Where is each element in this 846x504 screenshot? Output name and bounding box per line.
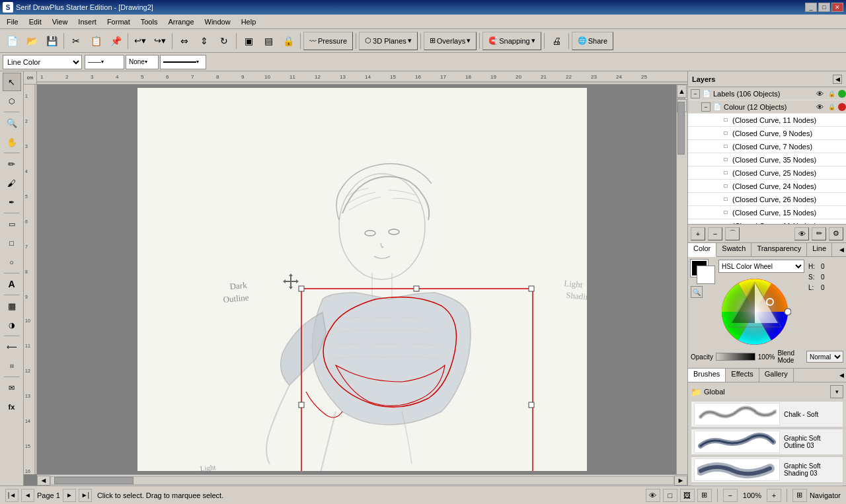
node-tool[interactable]: ⬡ — [3, 92, 21, 110]
canvas-page[interactable]: Dark Outline Light Shadin... Light Outli… — [137, 88, 587, 471]
brushes-panel-expand[interactable]: ◀ — [837, 369, 846, 382]
copy-button[interactable]: 📋 — [87, 32, 105, 50]
minimize-button[interactable]: _ — [805, 3, 817, 12]
brush-graphic-outline[interactable]: Graphic Soft Outline 03 — [691, 429, 843, 455]
layer-item-8[interactable]: □ (Closed Curve, 11 Nodes) — [688, 219, 846, 224]
layer-labels-group[interactable]: − 📄 Labels (106 Objects) 👁 🔒 — [688, 87, 846, 100]
menu-view[interactable]: View — [47, 17, 73, 27]
layer-colour-lock[interactable]: 🔒 — [826, 102, 837, 112]
v-scroll-track[interactable] — [677, 98, 685, 99]
hsl-wheel[interactable] — [718, 275, 791, 348]
v-scroll-thumb[interactable] — [677, 102, 685, 155]
last-page-btn[interactable]: ►| — [79, 489, 92, 502]
line-weight-box[interactable]: ▾ — [160, 55, 206, 69]
print-button[interactable]: 🖨 — [547, 32, 566, 50]
layer-item-4[interactable]: □ (Closed Curve, 25 Nodes) — [688, 166, 846, 180]
ungroup-button[interactable]: ▤ — [259, 32, 278, 50]
layer-view-btn[interactable]: 👁 — [794, 227, 809, 240]
envelope-tool[interactable]: ✉ — [3, 378, 21, 397]
eyedropper-icon[interactable]: 🔍 — [691, 286, 703, 298]
h-scrollbar[interactable]: ◄ ► — [37, 474, 687, 486]
zoom-in-btn[interactable]: + — [767, 489, 781, 502]
canvas-area[interactable]: cm 1 2 3 4 5 6 7 8 9 10 11 12 — [24, 71, 687, 486]
layer-colour-expand[interactable]: − — [701, 102, 711, 112]
brushes-tab-brushes[interactable]: Brushes — [688, 369, 726, 382]
menu-help[interactable]: Help — [236, 17, 262, 27]
layer-item-7[interactable]: □ (Closed Curve, 15 Nodes) — [688, 206, 846, 219]
layer-props-btn[interactable]: ⚙ — [829, 227, 843, 240]
zoom-out-btn[interactable]: − — [723, 489, 738, 502]
brush-tool[interactable]: 🖌 — [3, 174, 21, 192]
lock-button[interactable]: 🔒 — [279, 32, 297, 50]
fill-tool[interactable]: ▦ — [3, 297, 21, 315]
undo-button[interactable]: ↩▾ — [131, 32, 149, 50]
brush-graphic-shading[interactable]: Graphic Soft Shading 03 — [691, 456, 843, 483]
view-preview-btn[interactable]: 🖼 — [680, 489, 695, 502]
menu-insert[interactable]: Insert — [73, 17, 102, 27]
brush-chalk-soft[interactable]: Chalk - Soft — [691, 401, 843, 427]
h-scroll-track[interactable] — [50, 476, 674, 485]
rect-tool[interactable]: □ — [3, 234, 21, 252]
maximize-button[interactable]: □ — [818, 3, 830, 12]
color-tab-color[interactable]: Color — [688, 243, 716, 257]
menu-file[interactable]: File — [1, 17, 24, 27]
layer-add-btn[interactable]: + — [691, 227, 705, 240]
zoom-tool[interactable]: 🔍 — [3, 114, 21, 132]
line-none-box[interactable]: None ▾ — [126, 55, 159, 69]
layer-colour-group[interactable]: − 📄 Colour (12 Objects) 👁 🔒 — [688, 100, 846, 114]
color-tab-transparency[interactable]: Transparency — [751, 243, 807, 256]
menu-window[interactable]: Window — [200, 17, 236, 27]
background-swatch[interactable] — [697, 266, 714, 283]
fx-tool[interactable]: fx — [3, 398, 21, 416]
pen-tool[interactable]: ✒ — [3, 193, 21, 211]
navigator-btn[interactable]: ⊞ — [792, 489, 807, 502]
next-page-btn[interactable]: ► — [63, 489, 76, 502]
new-button[interactable]: 📄 — [3, 32, 21, 50]
overlays-button[interactable]: ⊞ Overlays ▾ — [424, 32, 477, 50]
layer-merge-btn[interactable]: ⌒ — [725, 227, 740, 240]
brush-marker-pen[interactable]: Marker Pen 01 — [691, 484, 843, 486]
prev-page-btn[interactable]: ◄ — [21, 489, 34, 502]
snapping-button[interactable]: 🧲 Snapping ▾ — [482, 32, 541, 50]
crop-tool[interactable]: ⌗ — [3, 357, 21, 375]
save-button[interactable]: 💾 — [42, 32, 61, 50]
layer-labels-lock[interactable]: 🔒 — [826, 89, 837, 99]
redo-button[interactable]: ↪▾ — [151, 32, 169, 50]
pencil-tool[interactable]: ✏ — [3, 155, 21, 173]
color-panel-expand[interactable]: ◀ — [837, 243, 846, 256]
layer-delete-btn[interactable]: − — [708, 227, 722, 240]
view-outline-btn[interactable]: □ — [663, 489, 677, 502]
text-tool[interactable]: A — [3, 275, 21, 293]
layer-item-6[interactable]: □ (Closed Curve, 26 Nodes) — [688, 193, 846, 206]
opacity-slider[interactable] — [716, 353, 755, 361]
close-button[interactable]: ✕ — [831, 3, 843, 12]
shape-tool[interactable]: ▭ — [3, 215, 21, 233]
color-tab-swatch[interactable]: Swatch — [716, 243, 751, 256]
global-dropdown-btn[interactable]: ▾ — [830, 385, 843, 398]
open-button[interactable]: 📂 — [22, 32, 41, 50]
layer-labels-eye[interactable]: 👁 — [814, 89, 825, 99]
menu-format[interactable]: Format — [102, 17, 135, 27]
menu-edit[interactable]: Edit — [24, 17, 47, 27]
layers-expand-btn[interactable]: ◀ — [833, 75, 842, 84]
layer-item-3[interactable]: □ (Closed Curve, 35 Nodes) — [688, 153, 846, 166]
color-wheel-svg[interactable] — [718, 275, 791, 348]
h-scroll-left[interactable]: ◄ — [37, 476, 50, 486]
layer-item-1[interactable]: □ (Closed Curve, 9 Nodes) — [688, 127, 846, 140]
layer-colour-eye[interactable]: 👁 — [814, 102, 825, 112]
line-style-box[interactable]: —— ▾ — [85, 55, 124, 69]
view-pixel-btn[interactable]: ⊞ — [697, 489, 712, 502]
layer-item-5[interactable]: □ (Closed Curve, 24 Nodes) — [688, 180, 846, 193]
color-tab-line[interactable]: Line — [807, 243, 832, 256]
gradient-tool[interactable]: ◑ — [3, 316, 21, 334]
color-model-select[interactable]: HSL Color Wheel — [718, 260, 804, 273]
h-scroll-right[interactable]: ► — [674, 476, 687, 486]
rotate-button[interactable]: ↻ — [215, 32, 233, 50]
pressure-button[interactable]: 〰 Pressure — [303, 32, 353, 50]
first-page-btn[interactable]: |◄ — [5, 489, 19, 502]
canvas-scroll[interactable]: Dark Outline Light Shadin... Light Outli… — [37, 85, 687, 474]
layer-edit-btn[interactable]: ✏ — [812, 227, 826, 240]
menu-arrange[interactable]: Arrange — [163, 17, 199, 27]
cut-button[interactable]: ✂ — [67, 32, 85, 50]
3d-planes-button[interactable]: ⬡ 3D Planes ▾ — [359, 32, 418, 50]
